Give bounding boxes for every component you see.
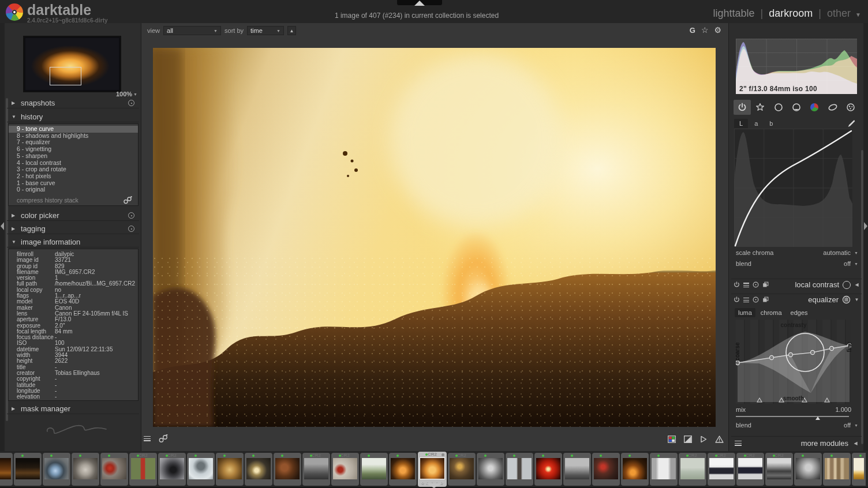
filmstrip-thumb-santa-floor[interactable] — [592, 453, 620, 486]
scale-chroma-value[interactable]: automatic — [823, 249, 851, 256]
main-photo-canvas[interactable] — [153, 48, 716, 427]
filmstrip-thumb-martini-glass[interactable] — [650, 453, 678, 486]
equalizer-blend-row[interactable]: blend off ▼ — [736, 422, 858, 429]
expander-left-icon[interactable]: ◀ — [854, 282, 859, 287]
group-indicator-icon[interactable] — [442, 453, 444, 456]
compress-history-row[interactable]: compress history stack — [9, 196, 138, 204]
equalizer-tab-luma[interactable]: luma — [735, 308, 755, 317]
sort-dropdown[interactable]: time ▼ — [247, 26, 284, 35]
filmstrip-thumb-snow-cable[interactable]: CR2 — [679, 453, 706, 486]
color-picker-pipette-icon[interactable] — [847, 119, 855, 127]
bottom-panel-collapse-tab[interactable] — [426, 483, 442, 488]
softproof-icon[interactable] — [700, 436, 707, 443]
right-panel-collapse-strip[interactable] — [863, 23, 868, 451]
navigation-viewport-rect[interactable] — [50, 67, 81, 85]
tone-curve-plot[interactable] — [734, 129, 852, 247]
tone-curve-tab-b[interactable]: b — [764, 119, 778, 128]
chevron-down-icon[interactable]: ▼ — [855, 12, 861, 18]
section-snapshots[interactable]: ▶ snapshots — [7, 98, 139, 108]
module-name[interactable]: equalizer — [808, 295, 839, 304]
sort-direction-button[interactable]: ▲ — [287, 26, 296, 35]
filmstrip-thumb-light-star[interactable] — [245, 453, 272, 486]
filmstrip-thumb-forest-trees[interactable] — [823, 453, 851, 486]
filmstrip-thumb-bw-street[interactable]: CR2 — [302, 453, 330, 486]
grouping-icon[interactable]: G — [690, 26, 695, 35]
filmstrip-thumb-pine-cones[interactable] — [216, 453, 244, 486]
histogram[interactable]: 2" f/13.0 84mm iso 100 — [736, 39, 857, 94]
overexposure-icon[interactable] — [684, 436, 692, 443]
color-group-icon[interactable] — [806, 100, 823, 115]
gamut-display-icon[interactable] — [668, 436, 676, 443]
module-presets-icon[interactable] — [743, 298, 749, 302]
filmstrip-thumb-cameras-white-b[interactable]: CR2 — [736, 453, 764, 486]
filmstrip-thumb-snowy-tree[interactable] — [187, 453, 215, 486]
navigation-preview[interactable] — [23, 36, 121, 92]
filmstrip-thumb-red-valve[interactable] — [100, 453, 128, 486]
mode-link-lighttable[interactable]: lighttable — [713, 7, 755, 20]
filmstrip-thumb-lamp-room[interactable]: CR2 — [448, 453, 476, 486]
section-image-information[interactable]: ▼ image information — [7, 237, 139, 247]
more-modules-row[interactable]: more modules ◀ — [731, 436, 862, 450]
module-reset-icon[interactable] — [753, 281, 759, 288]
module-name[interactable]: local contrast — [795, 280, 839, 289]
filmstrip-thumb-plate-dessert[interactable] — [72, 453, 99, 486]
equalizer-graph[interactable]: contrasty smooth coarse fine — [736, 320, 851, 404]
effects-group-icon[interactable] — [842, 100, 859, 115]
blend-value[interactable]: off — [844, 422, 851, 429]
scale-chroma-row[interactable]: scale chroma automatic ▼ — [736, 249, 858, 256]
expander-down-icon[interactable]: ▼ — [854, 297, 859, 302]
module-header-equalizer[interactable]: equalizer ▼ — [731, 294, 862, 305]
compress-history-icon[interactable] — [123, 196, 132, 204]
tone-group-icon[interactable] — [788, 100, 805, 115]
presets-menu-icon[interactable] — [144, 436, 151, 441]
module-instance-icon[interactable] — [762, 296, 769, 303]
module-reset-icon[interactable] — [753, 296, 759, 303]
filmstrip-thumb-edge-amber[interactable] — [0, 453, 13, 486]
reset-icon[interactable] — [128, 212, 134, 219]
tone-curve-tab-L[interactable]: L — [734, 119, 748, 128]
favorites-star-icon[interactable] — [751, 100, 769, 115]
filmstrip-thumb-blue-ornament[interactable] — [43, 453, 70, 486]
basic-group-icon[interactable] — [770, 100, 787, 115]
view-filter-dropdown[interactable]: all ▼ — [163, 26, 221, 35]
active-modules-power-icon[interactable] — [734, 100, 751, 115]
section-tagging[interactable]: ▶ tagging — [7, 224, 139, 234]
filmstrip-thumb-bw-figurines[interactable] — [477, 453, 504, 486]
preferences-gear-icon[interactable]: ⚙ — [714, 25, 721, 35]
filmstrip-thumb-teapot[interactable] — [274, 453, 301, 486]
mix-slider-track[interactable] — [736, 416, 849, 417]
module-header-local-contrast[interactable]: local contrast ◀ — [731, 279, 862, 290]
filmstrip-thumb-santa-apples[interactable]: CR2 — [331, 453, 359, 486]
filmstrip-thumb-glow-cave-current[interactable]: CR2☆ ☆ ☆ ☆ ☆ — [418, 452, 447, 487]
history-item[interactable]: 2 - hot pixels — [9, 173, 138, 180]
tone-curve-blend-row[interactable]: blend off ▼ — [736, 260, 858, 267]
module-list-menu-icon[interactable] — [735, 441, 742, 446]
filmstrip-thumb-bw-colonnade[interactable]: CR2 — [765, 453, 793, 486]
reset-icon[interactable] — [128, 100, 134, 106]
filmstrip-thumb-camera-closeup[interactable]: CR2 — [158, 453, 186, 486]
module-presets-icon[interactable] — [743, 283, 749, 287]
equalizer-tab-chroma[interactable]: chroma — [757, 308, 785, 317]
filmstrip-thumb-bw-statue[interactable] — [794, 453, 822, 486]
module-power-icon[interactable] — [734, 281, 740, 288]
filmstrip-thumb-glow-cave-dark[interactable] — [389, 453, 417, 486]
correction-group-icon[interactable] — [824, 100, 841, 115]
module-power-icon[interactable] — [734, 296, 740, 303]
mix-slider-handle[interactable] — [815, 416, 820, 420]
filmstrip-thumb-red-candle[interactable] — [534, 453, 562, 486]
gamut-warning-icon[interactable] — [715, 436, 724, 443]
history-item[interactable]: 0 - original — [9, 186, 138, 193]
mode-link-other[interactable]: other — [827, 7, 851, 20]
tone-curve-tab-a[interactable]: a — [749, 119, 763, 128]
section-history[interactable]: ▼ history — [7, 112, 139, 122]
history-item[interactable]: 9 - tone curve — [9, 126, 138, 133]
equalizer-tab-edges[interactable]: edges — [787, 308, 811, 317]
section-mask-manager[interactable]: ▶ mask manager — [7, 404, 139, 414]
top-panel-collapse-tab[interactable] — [397, 0, 442, 5]
filmstrip-thumb-snow-nativity[interactable] — [360, 453, 388, 486]
history-item[interactable]: 5 - sharpen — [9, 153, 138, 160]
reset-icon[interactable] — [128, 226, 134, 232]
filmstrip-thumb-bottle-collection[interactable] — [14, 453, 42, 486]
left-panel-collapse-strip[interactable] — [0, 23, 5, 451]
filmstrip-thumb-bw-yard[interactable] — [563, 453, 591, 486]
